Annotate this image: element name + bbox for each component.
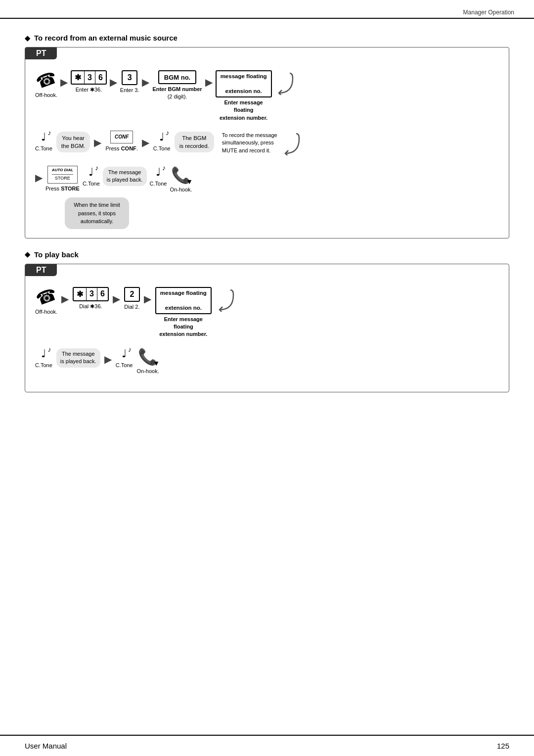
s2-arrow3: ▶ [144, 293, 151, 305]
s2-ctone1-label: C.Tone [35, 362, 52, 369]
offhook-label: Off-hook. [35, 92, 57, 99]
header-section: Manager Operation [463, 9, 514, 16]
pt-label-1: PT [25, 47, 57, 59]
footer-right: 125 [497, 742, 509, 750]
key-star36-block: ✱ 3 6 Enter ✱36. [71, 70, 107, 94]
onhook1-label: On-hook. [170, 186, 192, 193]
onhook1-icon: 📞 ▼ [171, 166, 191, 185]
key-3-label: Enter 3. [120, 87, 139, 94]
s2-key-2-label: Dial 2. [124, 303, 139, 311]
msgfloat-key: message floating extension no. [216, 70, 272, 97]
return-arrow-2 [281, 132, 300, 157]
arrow3: ▶ [142, 76, 149, 88]
onhook1-block: 📞 ▼ On-hook. [170, 166, 192, 193]
arrow2: ▶ [110, 76, 117, 88]
key-star36-label: Enter ✱36. [76, 86, 102, 94]
ctone1-label: C.Tone [35, 145, 52, 152]
arrow-bgmrec: ▶ [142, 137, 149, 148]
conf-key: CONF [110, 131, 133, 143]
s2-key-star: ✱ [74, 288, 87, 300]
conf-label: Press CONF. [105, 145, 137, 152]
msgplayed-bubble: The message is played back. [103, 167, 147, 186]
msgfloat-block: message floating extension no. Enter mes… [216, 70, 272, 122]
page-footer: User Manual 125 [0, 735, 534, 756]
s2-arrow2: ▶ [113, 293, 120, 305]
s2-onhook-label: On-hook. [136, 368, 159, 375]
store-key: AUTO DIAL STORE [47, 166, 78, 184]
s2-key-2: 2 [124, 287, 140, 302]
ctone3-block: ♩ ♪ C.Tone [83, 166, 100, 188]
s2-ctone2-icon: ♩ ♪ [122, 347, 127, 360]
section2-diagram: PT ☎ Off-hook. ▶ ✱ 3 6 Dial ✱36. [25, 264, 509, 392]
s2-key-3: 3 [87, 288, 97, 300]
s2-key-2-block: 2 Dial 2. [124, 287, 140, 311]
s2-msgfloat-block: message floating extension no. Enter mes… [155, 287, 212, 338]
arrow-conf: ▶ [94, 137, 101, 148]
s2-key-star36-label: Dial ✱36. [79, 303, 102, 310]
s2-key-star36: ✱ 3 6 [73, 287, 109, 301]
bgmno-label: Enter BGM number (2 digit). [152, 86, 202, 101]
key-6a: 6 [95, 71, 106, 84]
s2-onhook-block: 📞 ▼ On-hook. [136, 347, 159, 375]
youhear-bubble: You hear the BGM. [56, 132, 90, 152]
s2-offhook-label: Off-hook. [35, 308, 57, 316]
ctone3-label: C.Tone [83, 180, 100, 188]
bgmno-block: BGM no. Enter BGM number (2 digit). [152, 70, 202, 101]
arrow1: ▶ [60, 76, 68, 88]
store-block: AUTO DIAL STORE Press STORE [45, 166, 80, 192]
s2-key-6: 6 [97, 288, 108, 300]
bgmno-key: BGM no. [158, 70, 196, 84]
key-3-block: 3 Enter 3. [120, 70, 139, 94]
s2-arrow-onhook: ▶ [104, 353, 112, 365]
phone-offhook-icon: ☎ [33, 67, 59, 93]
ctone3-icon: ♩ ♪ [89, 166, 93, 179]
s2-msgplayed-bubble: The message is played back. [56, 348, 100, 368]
ctone4-icon: ♩ ♪ [156, 166, 161, 179]
s2-ctone1-icon: ♩ ♪ [41, 347, 46, 360]
s2-msgfloat-key: message floating extension no. [155, 287, 212, 314]
arrow4: ▶ [205, 76, 213, 88]
arrow-store: ▶ [35, 172, 43, 184]
record-note: To record the message simultaneously, pr… [222, 132, 277, 154]
s2-ctone1-block: ♩ ♪ C.Tone [35, 347, 52, 369]
s2-ctone2-label: C.Tone [116, 362, 133, 369]
ctone2-block: ♩ ♪ C.Tone [153, 131, 171, 152]
key-star36: ✱ 3 6 [71, 70, 107, 85]
s2-key-star36-block: ✱ 3 6 Dial ✱36. [73, 287, 109, 310]
key-3: 3 [122, 70, 137, 85]
s2-onhook-icon: 📞 ▼ [138, 347, 158, 366]
ctone2-label: C.Tone [153, 145, 171, 152]
s2-offhook-block: ☎ Off-hook. [35, 287, 57, 316]
footer-left: User Manual [25, 742, 67, 750]
pt-label-2: PT [25, 264, 57, 276]
timelimit-note: When the time limit passes, it stops aut… [65, 197, 499, 229]
section1-diagram: PT ☎ Off-hook. ▶ ✱ 3 6 [25, 47, 509, 238]
bgmrecorded-bubble: The BGM is recorded. [175, 132, 214, 152]
s2-msgfloat-label: Enter message floating extension number. [156, 316, 211, 338]
s2-phone-offhook-icon: ☎ [33, 284, 59, 310]
msgfloat-label: Enter message floating extension number. [217, 99, 271, 122]
store-label: Press STORE [45, 185, 80, 192]
s2-return-arrow [216, 288, 234, 313]
key-star: ✱ [72, 71, 85, 84]
page-header: Manager Operation [0, 0, 534, 19]
key-3a: 3 [85, 71, 95, 84]
s2-ctone2-block: ♩ ♪ C.Tone [116, 347, 133, 369]
ctone4-label: C.Tone [150, 180, 167, 188]
conf-block: CONF Press CONF. [105, 131, 137, 152]
ctone4-block: ♩ ♪ C.Tone [150, 166, 167, 188]
section1-title: To record from an external music source [25, 34, 509, 42]
ctone1-block: ♩ ♪ C.Tone [35, 131, 52, 152]
ctone2-icon: ♩ ♪ [159, 131, 164, 143]
offhook-block: ☎ Off-hook. [35, 70, 57, 99]
s2-arrow1: ▶ [61, 293, 69, 305]
ctone1-icon: ♩ ♪ [41, 131, 46, 143]
return-arrow-1 [275, 71, 294, 96]
section2-title: To play back [25, 250, 509, 259]
